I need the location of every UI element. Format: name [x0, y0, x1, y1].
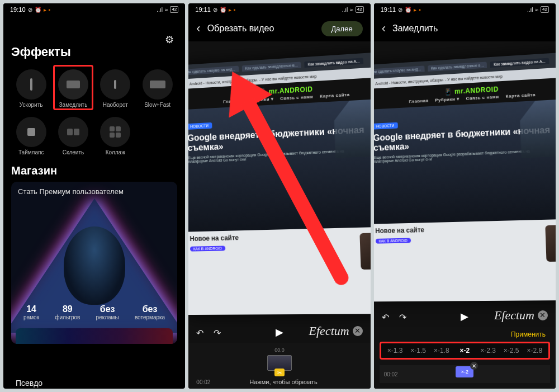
- page-title: Обрезать видео: [207, 23, 315, 34]
- pseudo-label: Псевдо: [16, 379, 42, 388]
- stat-noads: безрекламы: [96, 304, 119, 320]
- trim-handle-icon[interactable]: ✂: [274, 369, 285, 376]
- undo-icon[interactable]: ↶: [382, 312, 389, 323]
- battery-icon: 42: [356, 6, 364, 13]
- clock: 19:11: [381, 6, 396, 13]
- speed-option[interactable]: ×-2.3: [476, 347, 500, 355]
- effects-grid: Ускорить Замедлить Наоборот Slow+Fast Та…: [11, 65, 177, 158]
- page-title: Замедлить: [392, 23, 548, 34]
- effect-collage[interactable]: Коллаж: [96, 112, 135, 158]
- undo-icon[interactable]: ↶: [196, 328, 203, 338]
- status-bar: 19:11 ⊘ ⏰ ▸ ▪ ..ıl ≈ 42: [374, 3, 556, 16]
- app-watermark[interactable]: Efectum✕: [494, 308, 548, 323]
- premium-card[interactable]: Стать Премиум пользователем 14рамок 89фи…: [11, 182, 177, 344]
- app-icon: ▸: [44, 7, 46, 13]
- timeline-track[interactable]: 00:02 ×-2 ✕: [380, 365, 550, 383]
- effect-speedup[interactable]: Ускорить: [11, 65, 51, 110]
- trim-panel: 00.0 ✂ 00:02 Нажми, чтобы обрезать 00: [188, 343, 370, 389]
- recorded-website: Как сделать слоумо на анд... Как сделать…: [188, 51, 370, 315]
- speed-option[interactable]: ×-1.3: [383, 347, 407, 355]
- stat-filters: 89фильтров: [55, 304, 80, 320]
- speed-option[interactable]: ×-2.8: [523, 347, 546, 355]
- screenshot-1-effects: 19:10 ⊘ ⏰ ▸ ▪ ..ıl ≈ 42 ⚙ Эффекты Ускори…: [3, 3, 185, 389]
- status-bar: 19:11 ⊘ ⏰ ▸ ▪ ..ıl ≈ 42: [188, 3, 370, 16]
- clock: 19:11: [195, 6, 211, 13]
- back-icon[interactable]: ‹: [382, 21, 386, 36]
- timestamp-center: 00.0: [196, 347, 362, 353]
- app-icon: ▪: [49, 7, 51, 13]
- dnd-icon: ⊘: [28, 7, 32, 13]
- speed-option-selected[interactable]: ×-2: [453, 347, 477, 355]
- app-icon: ▸: [414, 7, 416, 13]
- play-icon[interactable]: ▶: [276, 326, 283, 338]
- recorded-website: Как сделать слоумо на анд... Как сделать…: [374, 51, 556, 302]
- app-icon: ▸: [229, 7, 231, 13]
- status-bar: 19:10 ⊘ ⏰ ▸ ▪ ..ıl ≈ 42: [3, 3, 185, 16]
- signal-icon: ..ıl: [157, 7, 163, 13]
- header: ‹ Обрезать видео Далее: [188, 16, 370, 41]
- effect-merge[interactable]: Склеить: [53, 112, 93, 158]
- close-watermark-icon: ✕: [353, 326, 363, 336]
- redo-icon[interactable]: ↷: [399, 312, 406, 323]
- effect-slowdown[interactable]: Замедлить: [53, 65, 93, 110]
- clock: 19:10: [10, 6, 26, 13]
- effect-slowfast[interactable]: Slow+Fast: [138, 65, 177, 110]
- header: ‹ Замедлить: [374, 16, 556, 41]
- dnd-icon: ⊘: [398, 7, 402, 13]
- stat-nowatermark: безвотермарка: [135, 304, 165, 320]
- start-time: 00:02: [384, 371, 398, 377]
- alarm-icon: ⏰: [405, 7, 411, 13]
- alarm-icon: ⏰: [35, 7, 41, 13]
- next-button[interactable]: Далее: [321, 21, 363, 36]
- battery-icon: 42: [170, 6, 178, 13]
- play-icon[interactable]: ▶: [461, 310, 468, 323]
- battery-icon: 42: [541, 6, 549, 13]
- app-icon: ▪: [234, 7, 236, 13]
- screenshot-3-slowdown: 19:11 ⊘ ⏰ ▸ ▪ ..ıl ≈ 42 ‹ Замедлить Как …: [374, 3, 556, 389]
- undo-redo-controls: ↶ ↷: [196, 328, 221, 338]
- redo-icon[interactable]: ↷: [214, 328, 221, 338]
- settings-icon[interactable]: ⚙: [165, 34, 174, 46]
- video-preview: Как сделать слоумо на анд... Как сделать…: [374, 41, 556, 327]
- signal-icon: ..ıl: [527, 7, 533, 13]
- effect-timelapse[interactable]: Таймлапс: [11, 112, 51, 158]
- speed-option[interactable]: ×-2.5: [500, 347, 523, 355]
- speed-selector: ×-1.3 ×-1.5 ×-1.8 ×-2 ×-2.3 ×-2.5 ×-2.8: [380, 342, 550, 360]
- stat-frames: 14рамок: [23, 304, 39, 320]
- trim-caption: Нажми, чтобы обрезать: [249, 379, 317, 385]
- alarm-icon: ⏰: [220, 7, 226, 13]
- apply-button[interactable]: Применить: [380, 330, 550, 338]
- premium-gradient-bar: [16, 328, 173, 344]
- remove-chip-icon[interactable]: ✕: [470, 362, 478, 370]
- wifi-icon: ≈: [350, 7, 353, 13]
- speed-option[interactable]: ×-1.8: [430, 347, 453, 355]
- close-watermark-icon: ✕: [538, 310, 548, 320]
- effects-title: Эффекты: [11, 45, 177, 59]
- speed-option[interactable]: ×-1.5: [406, 347, 430, 355]
- speed-panel: Применить ×-1.3 ×-1.5 ×-1.8 ×-2 ×-2.3 ×-…: [374, 327, 556, 389]
- dnd-icon: ⊘: [213, 7, 217, 13]
- video-preview: Как сделать слоумо на анд... Как сделать…: [188, 41, 370, 343]
- wifi-icon: ≈: [536, 7, 539, 13]
- premium-label: Стать Премиум пользователем: [18, 187, 170, 196]
- duration-label: 00:02: [196, 379, 210, 385]
- screenshot-2-trim: 19:11 ⊘ ⏰ ▸ ▪ ..ıl ≈ 42 ‹ Обрезать видео…: [188, 3, 370, 389]
- undo-redo-controls: ↶ ↷: [382, 312, 406, 323]
- signal-icon: ..ıl: [342, 7, 348, 13]
- speed-chip[interactable]: ×-2 ✕: [456, 366, 473, 377]
- app-watermark[interactable]: Efectum✕: [309, 324, 363, 338]
- effect-reverse[interactable]: Наоборот: [96, 65, 135, 110]
- store-title: Магазин: [11, 164, 177, 177]
- app-icon: ▪: [419, 7, 421, 13]
- premium-face-image: [64, 226, 125, 305]
- wifi-icon: ≈: [165, 7, 168, 13]
- back-icon[interactable]: ‹: [196, 21, 200, 36]
